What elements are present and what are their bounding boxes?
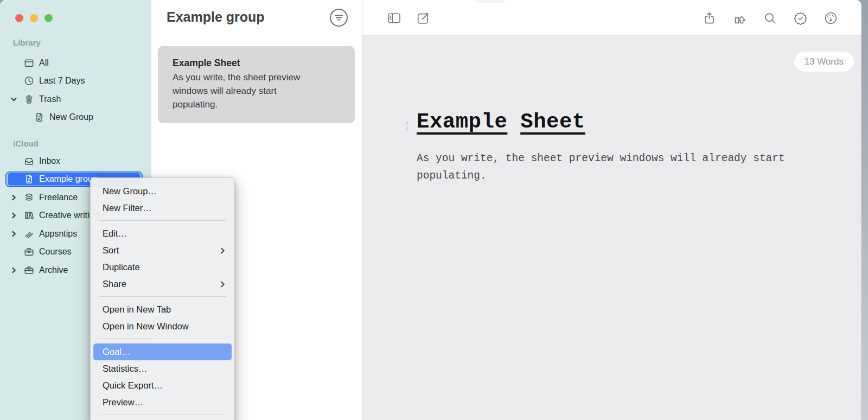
revision-button[interactable] (793, 10, 808, 26)
menu-item-share[interactable]: Share (93, 276, 232, 292)
sheet-card-title: Example Sheet (173, 58, 340, 69)
dashboard-button[interactable] (823, 10, 839, 26)
filter-icon[interactable] (329, 8, 348, 27)
sheet-icon (23, 174, 35, 185)
menu-separator (99, 339, 226, 339)
menu-separator (99, 220, 226, 221)
sidebar-toggle-icon (386, 10, 402, 26)
share-button[interactable] (701, 10, 717, 26)
sidebar-item-label: Last 7 Days (39, 76, 85, 86)
menu-item-edit[interactable]: Edit… (93, 225, 232, 242)
gauge-icon (823, 10, 839, 26)
heading-level-marker (406, 121, 409, 133)
editor-pane: 13 Words Example Sheet As you write, the… (362, 0, 861, 420)
sidebar-item-label: Courses (39, 247, 72, 257)
sidebar-item-label: Example group (39, 174, 98, 184)
compose-icon (416, 10, 431, 26)
inbox-icon (23, 155, 35, 167)
sidebar-item-label: Trash (39, 94, 61, 104)
group-title: Example group (167, 9, 265, 25)
briefcase-icon (23, 264, 35, 276)
menu-item-quick-export[interactable]: Quick Export… (93, 377, 232, 394)
menu-item-new-filter[interactable]: New Filter… (93, 200, 232, 217)
search-button[interactable] (762, 10, 778, 26)
chevron-right-icon[interactable] (10, 230, 17, 237)
menu-item-new-group[interactable]: New Group… (93, 183, 232, 200)
chevron-right-icon[interactable] (10, 194, 17, 201)
menu-separator (99, 296, 226, 297)
menu-item-open-in-new-tab[interactable]: Open in New Tab (93, 301, 232, 318)
sheet-preview-card[interactable]: Example Sheet As you write, the sheet pr… (158, 46, 355, 123)
menu-separator (99, 415, 226, 415)
context-menu: New Group…New Filter…Edit…SortDuplicateS… (90, 177, 235, 420)
chevron-right-icon[interactable] (10, 212, 17, 219)
editor-toolbar (362, 0, 861, 36)
clock-icon (23, 75, 35, 87)
books-icon (23, 210, 35, 221)
sidebar-item-label: Appsntips (39, 229, 77, 239)
sheet-card-preview: As you write, the sheet preview windows … (173, 71, 320, 111)
sidebar-item-label: All (39, 58, 49, 68)
close-button[interactable] (15, 14, 23, 22)
desktop-backdrop: LibraryAllLast 7 DaysTrashNew GroupiClou… (0, 0, 868, 420)
section-header-icloud: iCloud (13, 139, 39, 148)
menu-item-duplicate[interactable]: Duplicate (93, 259, 232, 276)
tab-bar-indicator (476, 0, 505, 3)
briefcase-icon (23, 246, 35, 258)
sidebar-item-inbox[interactable]: Inbox (0, 152, 151, 169)
menu-item-preview[interactable]: Preview… (93, 394, 232, 411)
sidebar-item-new-group[interactable]: New Group (0, 109, 151, 126)
menu-item-statistics[interactable]: Statistics… (93, 360, 232, 377)
search-icon (762, 10, 778, 26)
zoom-button[interactable] (44, 14, 53, 22)
sidebar-item-label: Inbox (39, 156, 60, 166)
menu-item-sort[interactable]: Sort (93, 242, 232, 259)
sidebar-toggle-button[interactable] (386, 10, 402, 26)
editor-heading[interactable]: Example Sheet (417, 110, 585, 134)
traffic-lights (15, 14, 53, 22)
layers-icon (23, 192, 35, 203)
submenu-chevron-icon (219, 247, 226, 254)
chevron-right-icon[interactable] (10, 266, 17, 273)
sidebar-item-label: New Group (49, 112, 93, 122)
sidebar-item-all[interactable]: All (0, 54, 151, 71)
section-header-library: Library (13, 38, 41, 47)
export-icon (732, 10, 748, 26)
new-sheet-button[interactable] (416, 10, 431, 26)
scribble-icon (23, 228, 35, 239)
submenu-chevron-icon (219, 281, 226, 288)
word-count-badge: 13 Words (794, 52, 854, 72)
sidebar-item-label: Freelance (39, 193, 78, 202)
check-badge-icon (793, 10, 808, 26)
sidebar-item-trash[interactable]: Trash (0, 91, 151, 107)
share-icon (701, 10, 717, 26)
editor-body-text[interactable]: As you write, the sheet preview windows … (417, 150, 796, 184)
menu-item-open-in-new-window[interactable]: Open in New Window (93, 318, 232, 335)
minimize-button[interactable] (30, 14, 38, 22)
trash-icon (23, 93, 35, 105)
quick-export-button[interactable] (732, 10, 748, 26)
chevron-down-icon[interactable] (10, 96, 17, 103)
sheet-icon (34, 112, 45, 123)
sidebar-item-last-7-days[interactable]: Last 7 Days (0, 73, 151, 90)
all-icon (23, 57, 35, 68)
menu-item-goal[interactable]: Goal… (93, 343, 232, 360)
sidebar-item-label: Archive (39, 265, 68, 275)
